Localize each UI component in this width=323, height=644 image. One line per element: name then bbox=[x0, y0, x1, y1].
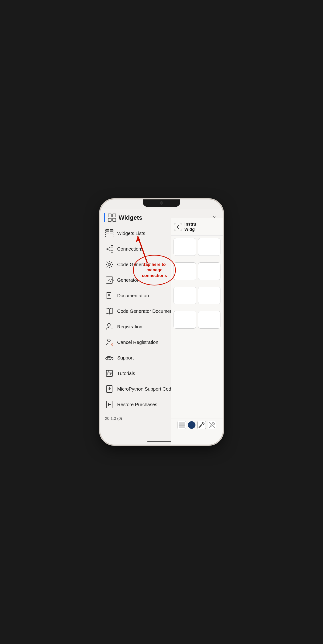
back-button[interactable] bbox=[174, 223, 182, 231]
menu-label-micropython: MicroPython Support Code bbox=[117, 386, 174, 392]
phone-frame: Widgets × bbox=[100, 200, 223, 444]
svg-point-17 bbox=[108, 263, 110, 266]
menu-label-code-generator: Code Generator bbox=[117, 262, 151, 267]
right-panel-header: InstruWidg bbox=[171, 218, 223, 236]
svg-rect-3 bbox=[113, 218, 116, 221]
widget-cell-6 bbox=[198, 287, 221, 304]
menu-label-cancel-registration: Cancel Registration bbox=[117, 340, 158, 345]
right-panel: InstruWidg bbox=[171, 218, 223, 444]
handshake-icon bbox=[105, 353, 114, 362]
toolbar-circle-button[interactable] bbox=[188, 421, 196, 429]
svg-text:</>: </> bbox=[108, 278, 114, 282]
svg-rect-39 bbox=[178, 423, 185, 423]
menu-label-connections: Connections bbox=[117, 246, 143, 252]
svg-rect-2 bbox=[108, 218, 111, 221]
svg-rect-11 bbox=[110, 236, 113, 237]
gear-icon bbox=[105, 260, 114, 269]
svg-rect-41 bbox=[178, 427, 185, 427]
svg-rect-1 bbox=[113, 214, 116, 217]
svg-rect-0 bbox=[108, 214, 111, 217]
menu-label-tutorials: Tutorials bbox=[117, 371, 135, 376]
widget-grid-row4 bbox=[171, 308, 223, 331]
camera bbox=[160, 201, 163, 204]
widgets-header-icon bbox=[108, 213, 116, 222]
svg-point-25 bbox=[108, 339, 110, 342]
svg-rect-7 bbox=[106, 236, 109, 237]
panel-title: InstruWidg bbox=[184, 222, 196, 232]
notch bbox=[143, 200, 180, 207]
widget-cell-5 bbox=[174, 287, 196, 304]
toolbar-list-button[interactable] bbox=[178, 421, 186, 429]
widget-cell-3 bbox=[174, 262, 196, 280]
code-icon: </> bbox=[105, 276, 114, 284]
svg-rect-9 bbox=[110, 232, 113, 233]
menu-label-documentation: Documentation bbox=[117, 293, 149, 298]
toolbar-pin-button[interactable] bbox=[197, 421, 206, 429]
widget-cell-1 bbox=[174, 238, 196, 256]
header-accent-bar bbox=[104, 213, 105, 222]
download-icon bbox=[105, 384, 114, 394]
widget-cell-7 bbox=[174, 311, 196, 328]
widget-grid-row2 bbox=[171, 260, 223, 282]
svg-rect-8 bbox=[110, 230, 113, 231]
widget-cell-2 bbox=[198, 238, 221, 256]
grid-icon bbox=[105, 229, 114, 238]
svg-rect-40 bbox=[178, 424, 185, 425]
svg-rect-5 bbox=[106, 232, 109, 233]
person-icon bbox=[105, 322, 114, 331]
svg-point-14 bbox=[111, 250, 113, 252]
menu-label-generator: Generator bbox=[117, 278, 138, 283]
restore-icon bbox=[105, 400, 114, 409]
book-open-icon bbox=[105, 307, 114, 316]
person-cancel-icon bbox=[105, 338, 114, 347]
svg-rect-6 bbox=[106, 234, 109, 235]
svg-rect-31 bbox=[107, 373, 109, 375]
share-icon bbox=[105, 244, 114, 254]
screen: Widgets × bbox=[100, 200, 223, 444]
svg-line-15 bbox=[108, 247, 111, 248]
screen-content: Widgets × bbox=[100, 209, 223, 444]
menu-label-widgets-lists: Widgets Lists bbox=[117, 231, 145, 236]
menu-label-restore-purchases: Restore Purchases bbox=[117, 402, 157, 407]
widget-cell-8 bbox=[198, 311, 221, 328]
svg-rect-4 bbox=[106, 230, 109, 231]
menu-label-registration: Registration bbox=[117, 324, 142, 330]
svg-point-22 bbox=[108, 324, 110, 326]
svg-rect-10 bbox=[110, 234, 113, 235]
toolbar-unpin-button[interactable] bbox=[208, 421, 216, 429]
bottom-toolbar bbox=[171, 418, 223, 432]
tutorial-icon bbox=[105, 369, 114, 378]
widget-grid-row1 bbox=[171, 236, 223, 258]
widget-cell-4 bbox=[198, 262, 221, 280]
book-icon bbox=[105, 291, 114, 300]
svg-line-42 bbox=[200, 424, 202, 426]
svg-point-13 bbox=[106, 248, 108, 250]
widget-grid-row3 bbox=[171, 284, 223, 307]
svg-line-16 bbox=[108, 250, 111, 251]
svg-point-12 bbox=[111, 246, 113, 247]
menu-label-support: Support bbox=[117, 355, 134, 361]
